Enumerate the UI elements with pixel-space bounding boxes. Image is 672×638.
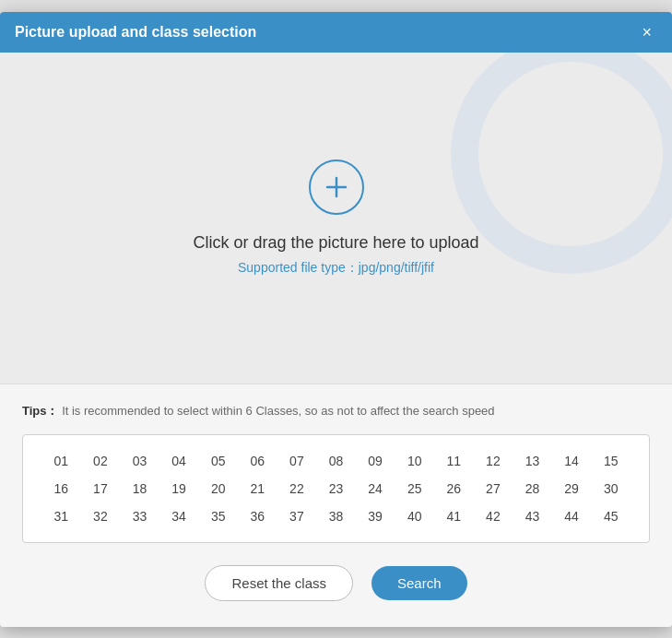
button-row: Reset the class Search: [22, 565, 650, 601]
class-item[interactable]: 12: [474, 450, 513, 472]
tips-row: Tips： It is recommended to select within…: [22, 403, 650, 419]
class-item[interactable]: 45: [591, 505, 631, 527]
reset-button[interactable]: Reset the class: [205, 565, 353, 601]
dialog-header: Picture upload and class selection ×: [0, 12, 672, 53]
class-item[interactable]: 37: [277, 505, 317, 527]
class-item[interactable]: 36: [238, 505, 277, 527]
class-item[interactable]: 23: [316, 478, 356, 500]
upload-icon: [309, 160, 364, 215]
class-item[interactable]: 01: [41, 450, 81, 472]
file-types: jpg/png/tiff/jfif: [359, 260, 434, 275]
class-item[interactable]: 24: [356, 478, 395, 500]
class-item[interactable]: 04: [159, 450, 199, 472]
class-item[interactable]: 02: [81, 450, 121, 472]
class-item[interactable]: 10: [395, 450, 434, 472]
upload-area[interactable]: Click or drag the picture here to upload…: [0, 53, 672, 384]
bottom-section: Tips： It is recommended to select within…: [0, 384, 672, 627]
class-item[interactable]: 22: [277, 478, 317, 500]
class-item[interactable]: 39: [356, 505, 395, 527]
class-item[interactable]: 43: [513, 505, 552, 527]
class-item[interactable]: 38: [316, 505, 356, 527]
class-item[interactable]: 33: [120, 505, 159, 527]
class-item[interactable]: 35: [198, 505, 238, 527]
class-item[interactable]: 28: [513, 478, 552, 500]
upload-sub-text: Supported file type：jpg/png/tiff/jfif: [238, 260, 434, 277]
class-grid: 0102030405060708091011121314151617181920…: [41, 450, 631, 527]
tips-label: Tips：: [22, 404, 59, 418]
class-item[interactable]: 08: [316, 450, 356, 472]
class-item[interactable]: 14: [552, 450, 592, 472]
close-button[interactable]: ×: [636, 22, 657, 42]
dialog: Picture upload and class selection × Cli…: [0, 12, 672, 627]
class-item[interactable]: 13: [513, 450, 552, 472]
class-item[interactable]: 05: [198, 450, 238, 472]
class-item[interactable]: 07: [277, 450, 317, 472]
class-item[interactable]: 42: [474, 505, 513, 527]
class-item[interactable]: 15: [591, 450, 631, 472]
class-item[interactable]: 44: [552, 505, 592, 527]
class-item[interactable]: 03: [120, 450, 159, 472]
class-item[interactable]: 27: [474, 478, 513, 500]
dialog-title: Picture upload and class selection: [15, 24, 256, 41]
class-item[interactable]: 30: [591, 478, 631, 500]
class-item[interactable]: 11: [434, 450, 474, 472]
class-item[interactable]: 26: [434, 478, 474, 500]
class-item[interactable]: 31: [41, 505, 81, 527]
tips-text: It is recommended to select within 6 Cla…: [62, 404, 494, 418]
class-item[interactable]: 32: [81, 505, 121, 527]
class-item[interactable]: 17: [81, 478, 121, 500]
upload-main-text: Click or drag the picture here to upload: [193, 233, 478, 253]
class-item[interactable]: 09: [356, 450, 395, 472]
search-button[interactable]: Search: [371, 566, 467, 600]
class-grid-container: 0102030405060708091011121314151617181920…: [22, 434, 650, 543]
class-item[interactable]: 40: [395, 505, 434, 527]
class-item[interactable]: 29: [552, 478, 592, 500]
class-item[interactable]: 06: [238, 450, 277, 472]
class-item[interactable]: 18: [120, 478, 159, 500]
class-item[interactable]: 34: [159, 505, 199, 527]
file-type-prefix: Supported file type：: [238, 260, 359, 275]
class-item[interactable]: 20: [198, 478, 238, 500]
class-item[interactable]: 21: [238, 478, 277, 500]
class-item[interactable]: 25: [395, 478, 434, 500]
class-item[interactable]: 41: [434, 505, 474, 527]
class-item[interactable]: 16: [41, 478, 81, 500]
class-item[interactable]: 19: [159, 478, 199, 500]
